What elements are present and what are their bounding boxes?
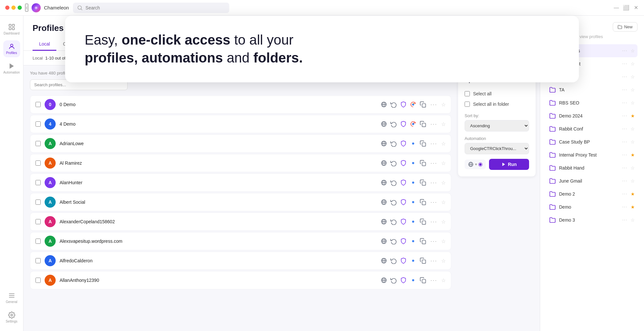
globe-icon[interactable] — [380, 218, 387, 225]
folder-star-button[interactable]: ☆ — [631, 48, 635, 53]
globe-icon[interactable] — [380, 199, 387, 206]
folder-more-button[interactable]: ··· — [622, 217, 627, 223]
chrome-icon[interactable] — [410, 238, 417, 245]
shield-icon[interactable] — [400, 101, 407, 108]
more-menu-button[interactable]: ··· — [430, 179, 437, 186]
folder-item-demo-2024[interactable]: Demo 2024 ··· ★ — [547, 109, 637, 122]
select-folder-checkbox[interactable] — [465, 102, 470, 107]
more-menu-button[interactable]: ··· — [430, 160, 437, 167]
sidebar-item-profiles[interactable]: Profiles — [3, 40, 20, 57]
folder-star-button[interactable]: ☆ — [631, 139, 635, 145]
win-minimize[interactable]: — — [613, 5, 619, 11]
folder-item-june-gmail[interactable]: June Gmail ··· ☆ — [547, 174, 637, 187]
copy-icon[interactable] — [419, 277, 427, 284]
win-restore[interactable]: ⬜ — [623, 5, 629, 11]
refresh-icon[interactable] — [390, 101, 397, 108]
more-menu-button[interactable]: ··· — [430, 101, 437, 108]
folder-star-button[interactable]: ☆ — [631, 178, 635, 184]
refresh-icon[interactable] — [390, 257, 397, 264]
maximize-button[interactable] — [18, 6, 22, 10]
copy-icon[interactable] — [419, 120, 427, 128]
folder-more-button[interactable]: ··· — [622, 61, 627, 67]
chrome-icon[interactable] — [410, 277, 417, 284]
refresh-icon[interactable] — [390, 277, 397, 284]
shield-icon[interactable] — [400, 277, 407, 284]
chrome-icon[interactable] — [410, 218, 417, 225]
search-bar[interactable] — [73, 3, 229, 13]
chrome-icon[interactable] — [410, 101, 417, 108]
profile-checkbox-0[interactable] — [35, 102, 41, 107]
chrome-icon[interactable] — [410, 159, 417, 167]
star-button[interactable]: ☆ — [441, 219, 446, 225]
shield-icon[interactable] — [400, 199, 407, 206]
shield-icon[interactable] — [400, 159, 407, 167]
folder-more-button[interactable]: ··· — [622, 178, 627, 184]
refresh-icon[interactable] — [390, 238, 397, 245]
folder-item-ta[interactable]: TA ··· ☆ — [547, 83, 637, 96]
star-button[interactable]: ☆ — [441, 238, 446, 244]
copy-icon[interactable] — [419, 159, 427, 167]
star-button[interactable]: ☆ — [441, 180, 446, 186]
folder-star-button[interactable]: ★ — [631, 152, 635, 158]
folder-item-demo[interactable]: Demo ··· ★ — [547, 200, 637, 214]
profile-checkbox-5[interactable] — [35, 200, 41, 205]
profile-checkbox-2[interactable] — [35, 141, 41, 146]
folder-more-button[interactable]: ··· — [622, 74, 627, 80]
shield-icon[interactable] — [400, 140, 407, 147]
select-folder-option[interactable]: Select all in folder — [465, 99, 529, 109]
folder-more-button[interactable]: ··· — [622, 165, 627, 171]
shield-icon[interactable] — [400, 218, 407, 225]
folder-star-button[interactable]: ★ — [631, 113, 635, 118]
globe-icon[interactable] — [380, 257, 387, 264]
more-menu-button[interactable]: ··· — [430, 238, 437, 245]
copy-icon[interactable] — [419, 257, 427, 264]
chrome-icon[interactable] — [410, 179, 417, 186]
folder-item-case-study[interactable]: Case Study BP ··· ☆ — [547, 135, 637, 148]
folder-star-button[interactable]: ☆ — [631, 126, 635, 131]
folder-more-button[interactable]: ··· — [622, 100, 627, 106]
profile-checkbox-3[interactable] — [35, 160, 41, 166]
more-menu-button[interactable]: ··· — [430, 121, 437, 128]
refresh-icon[interactable] — [390, 179, 397, 186]
folder-item-rbs-seo[interactable]: RBS SEO ··· ☆ — [547, 96, 637, 109]
profile-checkbox-9[interactable] — [35, 278, 41, 283]
shield-icon[interactable] — [400, 257, 407, 264]
search-input[interactable] — [86, 5, 225, 10]
folder-star-button[interactable]: ☆ — [631, 74, 635, 79]
select-all-checkbox[interactable] — [465, 91, 470, 96]
run-button[interactable]: Run — [489, 159, 529, 170]
folder-more-button[interactable]: ··· — [622, 191, 627, 197]
folder-star-button[interactable]: ★ — [631, 204, 635, 210]
star-button[interactable]: ☆ — [441, 258, 446, 264]
more-menu-button[interactable]: ··· — [430, 277, 437, 284]
folder-more-button[interactable]: ··· — [622, 139, 627, 145]
folder-item-rabbit-conf[interactable]: Rabbit Conf ··· ☆ — [547, 122, 637, 135]
folder-star-button[interactable]: ☆ — [631, 165, 635, 171]
profile-checkbox-1[interactable] — [35, 121, 41, 127]
tab-local[interactable]: Local — [33, 38, 56, 51]
new-folder-button[interactable]: New — [613, 22, 637, 32]
folder-star-button[interactable]: ☆ — [631, 61, 635, 66]
star-button[interactable]: ☆ — [441, 141, 446, 147]
refresh-icon[interactable] — [390, 218, 397, 225]
shield-icon[interactable] — [400, 120, 407, 128]
globe-icon[interactable] — [380, 238, 387, 245]
copy-icon[interactable] — [419, 218, 427, 225]
star-button[interactable]: ☆ — [441, 160, 446, 166]
folder-more-button[interactable]: ··· — [622, 126, 627, 132]
profile-checkbox-7[interactable] — [35, 239, 41, 244]
folder-more-button[interactable]: ··· — [622, 204, 627, 210]
run-radio[interactable] — [478, 162, 483, 167]
refresh-icon[interactable] — [390, 140, 397, 147]
copy-icon[interactable] — [419, 140, 427, 147]
globe-icon[interactable] — [380, 101, 387, 108]
minimize-button[interactable] — [11, 6, 16, 10]
sidebar-item-general[interactable]: General — [3, 289, 20, 306]
folder-star-button[interactable]: ☆ — [631, 100, 635, 105]
star-button[interactable]: ☆ — [441, 199, 446, 205]
globe-icon[interactable] — [380, 277, 387, 284]
copy-icon[interactable] — [419, 199, 427, 206]
folder-item-demo-2[interactable]: Demo 2 ··· ★ — [547, 187, 637, 200]
star-button[interactable]: ☆ — [441, 277, 446, 283]
chrome-icon[interactable] — [410, 199, 417, 206]
